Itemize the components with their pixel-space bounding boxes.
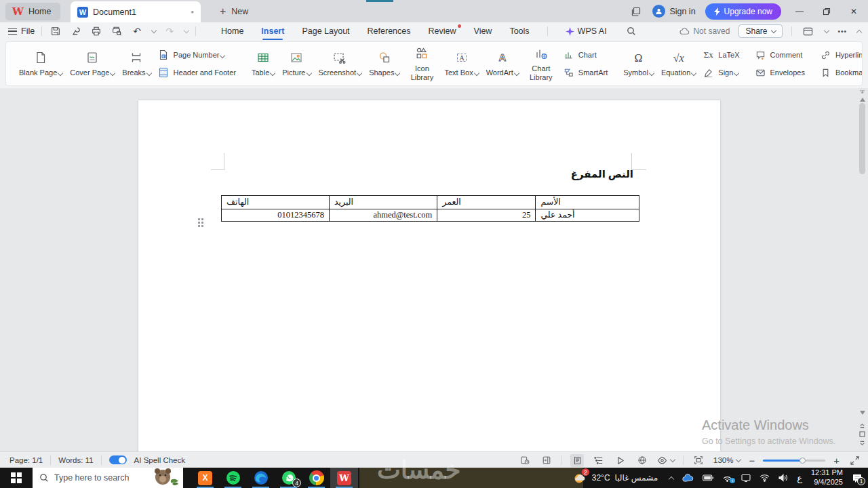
chart-button[interactable]: Chart	[563, 49, 608, 61]
tab-tools[interactable]: Tools	[509, 22, 529, 40]
document-area[interactable]: النص المفرغ الهاتف البريد العمر الأسم 01…	[0, 88, 868, 451]
speaker-icon[interactable]	[778, 474, 788, 482]
onedrive-icon[interactable]	[682, 474, 694, 483]
envelopes-button[interactable]: Envelopes	[755, 67, 805, 79]
sign-in-button[interactable]: Sign in	[652, 5, 695, 18]
ai-spell-check-toggle[interactable]	[109, 455, 127, 464]
tab-home[interactable]: Home	[221, 22, 243, 40]
print-preview-button[interactable]	[110, 24, 123, 38]
taskbar-app-whatsapp[interactable]: 4	[275, 468, 302, 488]
network-status-icon[interactable]: i	[722, 474, 732, 482]
scroll-down-button[interactable]	[859, 411, 865, 415]
taskbar-weather[interactable]: 2 32°C مشمس غالبا	[572, 470, 658, 485]
cell-age[interactable]: 25	[437, 209, 535, 222]
minimize-button[interactable]: —	[791, 3, 808, 20]
wordart-button[interactable]: A WordArt	[484, 47, 521, 80]
tab-references[interactable]: References	[368, 22, 411, 40]
ribbon-style-dropdown-icon[interactable]	[824, 28, 829, 33]
wps-home-tab[interactable]: W Home	[5, 3, 60, 20]
side-panel-icon[interactable]	[540, 454, 553, 467]
header-cell-age[interactable]: العمر	[437, 196, 535, 209]
upgrade-now-button[interactable]: Upgrade now	[705, 3, 781, 20]
outline-view-button[interactable]	[592, 454, 606, 467]
table-drag-handle[interactable]	[198, 218, 203, 227]
export-pdf-button[interactable]	[69, 24, 83, 38]
tab-wps-ai[interactable]: WPS AI	[566, 22, 607, 40]
cell-phone[interactable]: 01012345678	[222, 209, 329, 222]
tab-page-layout[interactable]: Page Layout	[302, 22, 349, 40]
sign-button[interactable]: Sign	[703, 67, 739, 79]
close-button[interactable]: ✕	[845, 3, 863, 20]
equation-button[interactable]: √x Equation	[658, 47, 698, 80]
picture-button[interactable]: Picture	[279, 47, 313, 80]
zoom-slider-knob[interactable]	[800, 458, 806, 464]
taskbar-app-spotify[interactable]	[219, 468, 247, 488]
collapse-ribbon-button[interactable]	[856, 29, 862, 35]
taskbar-app-wps[interactable]: W	[330, 468, 358, 488]
file-menu-button[interactable]: File	[8, 26, 35, 36]
scroll-up-button[interactable]	[859, 98, 865, 102]
cell-name[interactable]: أحمد علي	[535, 209, 639, 222]
zoom-slider[interactable]	[763, 460, 825, 462]
blank-page-button[interactable]: Blank Page	[16, 47, 65, 80]
task-pane-icon[interactable]	[518, 454, 532, 467]
battery-icon[interactable]	[703, 474, 713, 481]
zoom-level-button[interactable]: 130%	[713, 456, 741, 464]
save-button[interactable]	[49, 24, 62, 38]
zoom-out-button[interactable]: −	[749, 455, 755, 466]
previous-page-button[interactable]	[859, 422, 865, 428]
document-title-text[interactable]: النص المفرغ	[571, 168, 633, 180]
share-button[interactable]: Share	[738, 24, 783, 38]
select-browse-object-button[interactable]	[859, 431, 865, 437]
taskbar-search-box[interactable]: Type here to search	[33, 468, 183, 488]
header-footer-button[interactable]: Header and Footer	[158, 67, 236, 79]
text-box-button[interactable]: A Text Box	[441, 47, 481, 80]
document-tab[interactable]: W Document1 ●	[71, 1, 201, 22]
page-number-button[interactable]: Page Number	[158, 49, 236, 61]
table-button[interactable]: Table	[249, 47, 277, 80]
document-page[interactable]: النص المفرغ الهاتف البريد العمر الأسم 01…	[138, 100, 721, 451]
tab-view[interactable]: View	[474, 22, 492, 40]
breaks-button[interactable]: Breaks	[119, 47, 153, 80]
hyperlink-button[interactable]: Hyperlink	[820, 49, 863, 61]
print-layout-view-button[interactable]	[570, 454, 584, 467]
switch-ribbon-style-button[interactable]	[801, 24, 814, 38]
search-icon[interactable]	[625, 24, 638, 38]
play-view-button[interactable]	[614, 454, 627, 467]
taskbar-app-chrome[interactable]	[302, 468, 330, 488]
word-count[interactable]: Words: 11	[58, 456, 93, 464]
bookmark-button[interactable]: Bookmark	[820, 67, 863, 79]
page-indicator[interactable]: Page: 1/1	[9, 456, 43, 464]
header-cell-email[interactable]: البريد	[329, 196, 437, 209]
redo-button[interactable]: ↷	[163, 24, 176, 38]
multi-window-icon[interactable]	[629, 5, 643, 18]
latex-button[interactable]: Σx LaTeX	[703, 49, 739, 61]
header-cell-name[interactable]: الأسم	[535, 196, 639, 209]
full-screen-button[interactable]	[848, 454, 861, 467]
cell-email[interactable]: ahmed@test.com	[329, 209, 437, 222]
toolbar-more-icon[interactable]	[184, 28, 189, 33]
tab-review[interactable]: Review	[429, 22, 456, 40]
web-layout-button[interactable]	[635, 454, 649, 467]
undo-button[interactable]: ↶	[130, 24, 144, 38]
display-connect-icon[interactable]	[741, 474, 751, 483]
taskbar-app-xampp[interactable]: X	[191, 468, 219, 488]
wifi-icon[interactable]	[760, 474, 770, 482]
cover-page-button[interactable]: Cover Page	[67, 47, 117, 80]
taskbar-clock[interactable]: 12:31 PM 9/4/2025	[811, 468, 843, 487]
screenshot-button[interactable]: Screenshot	[316, 47, 365, 80]
restore-button[interactable]	[818, 3, 835, 20]
hidden-icons-chevron[interactable]	[669, 476, 674, 481]
more-menu-button[interactable]: •••	[837, 28, 847, 35]
shapes-button[interactable]: Shapes	[366, 47, 402, 80]
language-indicator[interactable]: ع	[797, 473, 802, 483]
action-center-button[interactable]: 1	[852, 473, 863, 483]
vertical-scrollbar[interactable]	[857, 88, 867, 451]
ruler-toggle-icon[interactable]	[859, 89, 865, 96]
zoom-in-button[interactable]: +	[833, 455, 840, 466]
eye-protection-button[interactable]	[657, 457, 675, 464]
next-page-button[interactable]	[859, 441, 865, 447]
icon-library-button[interactable]: Icon Library	[404, 43, 439, 85]
fit-page-button[interactable]	[692, 454, 705, 467]
symbol-button[interactable]: Ω Symbol	[620, 47, 656, 80]
